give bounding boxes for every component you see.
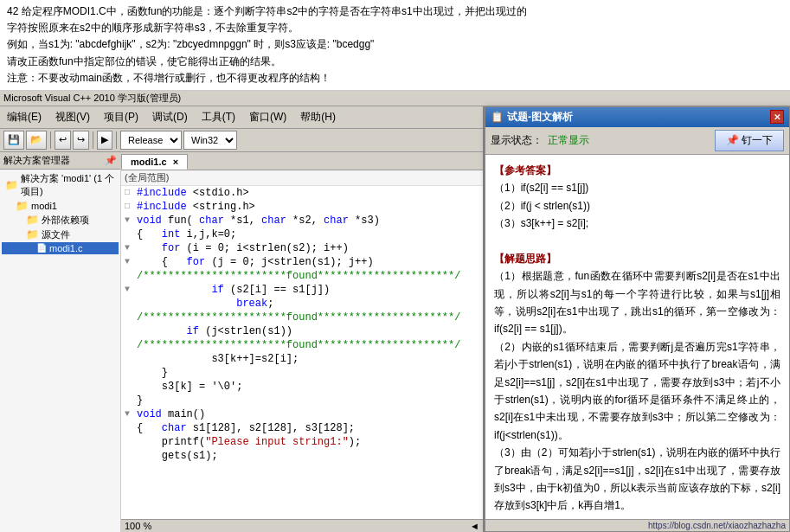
code-text-8: if (s2[i] == s1[j]) <box>133 283 483 297</box>
menu-view[interactable]: 视图(V) <box>48 108 97 126</box>
code-text-20: gets(s1); <box>133 449 483 463</box>
file-label: modi1.c <box>49 243 83 253</box>
line-marker-17[interactable]: ▼ <box>121 407 133 421</box>
footer-url: https://blog.csdn.net/xiaozhazhazha <box>648 521 786 530</box>
answer-3: （3）s3[k++] = s2[i]; <box>494 215 780 232</box>
code-line-20: gets(s1); <box>121 449 483 463</box>
sources-folder-icon: 📁 <box>26 228 39 240</box>
answer-2: （2）if(j < strlen(s1)) <box>494 197 780 215</box>
line-marker-2[interactable]: □ <box>121 200 133 214</box>
status-bar: 100 % ◄ <box>121 519 483 532</box>
code-line-9: break; <box>121 297 483 311</box>
menu-bar: 编辑(E) 视图(V) 项目(P) 调试(D) 工具(T) 窗口(W) 帮助(H… <box>0 106 483 129</box>
problem-example: 例如，当s1为: "abcdefghijk"，s2为: "zbcyedmnpgg… <box>7 38 374 50</box>
line-marker-7 <box>121 269 133 283</box>
line-marker-10 <box>121 311 133 324</box>
code-line-13: s3[k++]=s2[i]; <box>121 352 483 366</box>
solution-header-label: 解决方案管理器 <box>3 154 70 167</box>
code-text-9: break; <box>133 297 483 311</box>
external-deps-icon: 📁 <box>26 214 39 226</box>
line-marker-18 <box>121 421 133 435</box>
code-line-7: /***********************found***********… <box>121 269 483 283</box>
save-btn[interactable]: 💾 <box>3 131 24 150</box>
line-marker-6[interactable]: ▼ <box>121 255 133 269</box>
code-text-1: #include <stdio.h> <box>133 186 483 200</box>
ide-title: Microsoft Visual C++ 2010 学习版(管理员) <box>3 92 181 105</box>
file-icon: 📄 <box>36 243 47 253</box>
external-deps-item[interactable]: 📁 外部依赖项 <box>2 213 119 228</box>
line-marker-3[interactable]: ▼ <box>121 214 133 228</box>
solution-folder-icon: 📁 <box>5 179 18 191</box>
line-marker-11 <box>121 324 133 338</box>
code-text-5: for (i = 0; i<strlen(s2); i++) <box>133 241 483 255</box>
dialog-close-btn[interactable]: ✕ <box>770 110 784 124</box>
line-marker-9 <box>121 297 133 311</box>
project-item[interactable]: 📁 modi1 <box>2 199 119 213</box>
solution-root[interactable]: 📁 解决方案 'modi1' (1 个项目) <box>2 171 119 199</box>
code-text-6: { for (j = 0; j<strlen(s1); j++) <box>133 255 483 269</box>
redo-btn[interactable]: ↪ <box>73 131 89 150</box>
tab-label: modi1.c <box>131 157 167 167</box>
solution-title: 【解题思路】 <box>494 253 556 265</box>
code-line-15: s3[k] = '\0'; <box>121 380 483 394</box>
dialog-icon: 📋 <box>491 111 504 123</box>
code-line-11: if (j<strlen(s1)) <box>121 324 483 338</box>
tab-close[interactable]: × <box>173 157 178 167</box>
status-value: 正常显示 <box>548 133 589 148</box>
code-text-14: } <box>133 366 483 380</box>
code-panel: modi1.c × (全局范围) □ #include <stdio.h> <box>121 152 483 532</box>
dialog-content: 【参考答案】 （1）if(s2[i] == s1[j]) （2）if(j < s… <box>485 155 789 519</box>
run-btn[interactable]: ▶ <box>97 131 112 150</box>
line-marker-8[interactable]: ▼ <box>121 283 133 297</box>
code-line-2: □ #include <string.h> <box>121 200 483 214</box>
question-number: 42 <box>7 5 18 17</box>
zoom-level: 100 % <box>125 521 151 531</box>
code-line-12: /***********************found***********… <box>121 338 483 352</box>
code-line-16: } <box>121 394 483 407</box>
platform-dropdown[interactable]: Win32 <box>183 131 237 150</box>
line-marker-19 <box>121 435 133 449</box>
line-marker-12 <box>121 338 133 352</box>
menu-window[interactable]: 窗口(W) <box>242 108 293 126</box>
undo-btn[interactable]: ↩ <box>55 131 71 150</box>
open-btn[interactable]: 📂 <box>26 131 47 150</box>
code-line-17: ▼ void main() <box>121 407 483 421</box>
scope-label: (全局范围) <box>125 172 169 183</box>
project-label: modi1 <box>31 201 57 211</box>
right-panel: 📋 试题-图文解析 ✕ 显示状态： 正常显示 📌 钉一下 【参考 <box>485 106 790 532</box>
code-line-19: printf("Please input string1:"); <box>121 435 483 449</box>
code-text-17: void main() <box>133 407 483 421</box>
sources-label: 源文件 <box>42 228 70 241</box>
dialog-box: 📋 试题-图文解析 ✕ 显示状态： 正常显示 📌 钉一下 【参考 <box>485 106 790 532</box>
footer-bar: https://blog.csdn.net/xiaozhazhazha <box>485 519 789 531</box>
answer-1: （1）if(s2[i] == s1[j]) <box>494 179 780 196</box>
code-text-13: s3[k++]=s2[i]; <box>133 352 483 366</box>
solution-label: 解决方案 'modi1' (1 个项目) <box>21 172 115 198</box>
config-dropdown[interactable]: Release <box>120 131 182 150</box>
menu-help[interactable]: 帮助(H) <box>293 108 343 126</box>
code-line-18: { char s1[128], s2[128], s3[128]; <box>121 421 483 435</box>
solution-text: （1）根据题意，fun函数在循环中需要判断s2[i]是否在s1中出现，所以将s2… <box>494 267 780 514</box>
code-text-7: /***********************found***********… <box>133 269 483 283</box>
sources-item[interactable]: 📁 源文件 <box>2 228 119 242</box>
code-text-10: /***********************found***********… <box>133 311 483 324</box>
problem-description: 42 给定程序MODI1.C中，函数fun的功能是：逐个判断字符串s2中的字符是… <box>0 0 790 91</box>
code-editor[interactable]: □ #include <stdio.h> □ #include <string.… <box>121 186 483 519</box>
dialog-title-text: 试题-图文解析 <box>507 110 573 125</box>
scroll-arrow[interactable]: ◄ <box>470 521 479 531</box>
file-item[interactable]: 📄 modi1.c <box>2 242 119 254</box>
pin-button[interactable]: 📌 钉一下 <box>715 130 784 151</box>
line-marker-1[interactable]: □ <box>121 186 133 200</box>
tab-modi1c[interactable]: modi1.c × <box>121 154 188 170</box>
line-marker-15 <box>121 380 133 394</box>
ide-toolbar: 💾 📂 ↩ ↪ ▶ Release Win32 <box>0 129 483 152</box>
line-marker-5[interactable]: ▼ <box>121 241 133 255</box>
code-text-18: { char s1[128], s2[128], s3[128]; <box>133 421 483 435</box>
menu-debug[interactable]: 调试(D) <box>145 108 195 126</box>
menu-tools[interactable]: 工具(T) <box>195 108 242 126</box>
solution-header-pin[interactable]: 📌 <box>105 155 117 166</box>
dialog-title-bar: 📋 试题-图文解析 ✕ <box>485 107 789 127</box>
dialog-toolbar: 显示状态： 正常显示 📌 钉一下 <box>485 127 789 155</box>
menu-edit[interactable]: 编辑(E) <box>0 108 48 126</box>
menu-project[interactable]: 项目(P) <box>97 108 145 126</box>
